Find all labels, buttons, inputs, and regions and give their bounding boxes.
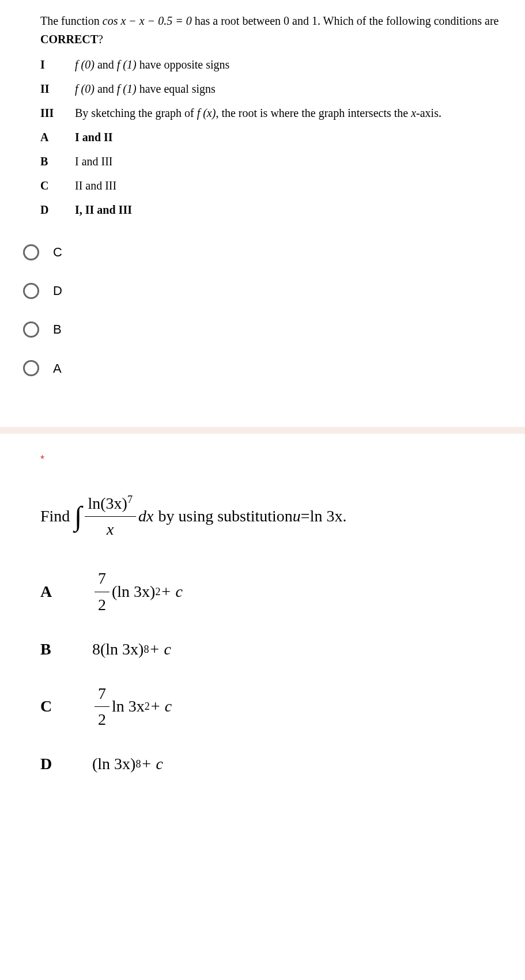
q1-stmt3-post: -axis. [416, 107, 441, 119]
q1-choice-B: B I and III [40, 152, 508, 171]
q2-optA-label: A [40, 579, 92, 605]
q2-optB-coef: 8 [92, 637, 100, 663]
q2-frac-den: x [103, 517, 117, 543]
q1-stmt3-mid: , the root is where the graph intersects… [216, 107, 411, 119]
q2-optB-base: (ln 3x) [100, 637, 143, 663]
radio-circle-icon [23, 321, 39, 338]
q2-option-D: D (ln 3x)8 + c [40, 751, 508, 777]
q1-stmt3-text: By sketching the graph of f (x), the roo… [75, 104, 508, 122]
q2-frac-num-base: ln(3x) [88, 494, 127, 512]
q1-choice-A: A I and II [40, 128, 508, 146]
q2-optA-frac-den: 2 [95, 592, 109, 618]
q2-find-word: Find [40, 504, 70, 529]
q1-stmt3-pre: By sketching the graph of [75, 107, 197, 119]
q1-stmt1-mid: and [95, 58, 117, 71]
q1-stmt1-post: have opposite signs [137, 58, 230, 71]
radio-circle-icon [23, 244, 39, 260]
q2-options: A 7 2 (ln 3x)2 + c B 8(ln 3x)8 + c C 7 [40, 566, 508, 777]
q1-intro-post: has a root between 0 and 1. Which of the… [192, 14, 499, 27]
q2-optD-exp: 8 [135, 756, 141, 773]
q1-intro: The function cos x − x − 0.5 = 0 has a r… [40, 12, 508, 48]
q2-optA-base: (ln 3x) [112, 579, 155, 605]
q2-optC-frac-den: 2 [95, 707, 109, 733]
q1-choiceC-text-span: II and III [75, 179, 116, 192]
radio-circle-icon [23, 360, 39, 376]
q1-stmt2-post: have equal signs [137, 82, 216, 95]
q2-option-B: B 8(ln 3x)8 + c [40, 637, 508, 663]
q1-choiceA-label: A [40, 128, 75, 146]
q1-stmt2-text: f (0) and f (1) have equal signs [75, 80, 508, 98]
q2-frac-num-exp: 7 [127, 493, 133, 505]
q2-optA-expr: 7 2 (ln 3x)2 + c [92, 566, 183, 618]
q2-option-A: A 7 2 (ln 3x)2 + c [40, 566, 508, 618]
q2-optC-tail: + c [150, 694, 172, 720]
q1-stmt3-m1: f (x) [197, 107, 216, 119]
q2-optD-base: (ln 3x) [92, 751, 135, 777]
q2-optC-exp: 2 [145, 698, 150, 715]
q2-sub-eq: = [301, 504, 310, 529]
q1-choice-D: D I, II and III [40, 200, 508, 219]
q1-stmt2-mid: and [95, 82, 117, 95]
q1-radio-A-label: A [53, 358, 62, 379]
q1-choiceC-label: C [40, 176, 75, 195]
q2-optB-exp: 8 [143, 641, 149, 658]
q2-sub-rhs: ln 3x. [310, 504, 347, 529]
q1-statement-1: I f (0) and f (1) have opposite signs [40, 55, 508, 74]
q1-statements: I f (0) and f (1) have opposite signs II… [40, 55, 508, 219]
q2-optD-expr: (ln 3x)8 + c [92, 751, 163, 777]
q1-intro-math: cos x − x − 0.5 = 0 [103, 14, 192, 27]
card-separator [0, 427, 525, 434]
question-2-card: * Find ∫ ln(3x)7 x dx by using substitut… [0, 434, 525, 819]
question-1-card: The function cos x − x − 0.5 = 0 has a r… [0, 0, 525, 420]
q2-optA-frac-num: 7 [95, 566, 109, 592]
q1-correct-word: CORRECT [40, 33, 98, 46]
q1-radio-option-C[interactable]: C [23, 242, 508, 262]
q1-qmark: ? [98, 33, 103, 46]
radio-circle-icon [23, 283, 39, 299]
q2-frac-num: ln(3x)7 [85, 491, 137, 517]
q2-optA-fraction: 7 2 [95, 566, 109, 618]
q1-choiceB-label: B [40, 152, 75, 171]
q2-optD-label: D [40, 751, 92, 777]
q1-stmt2-label: II [40, 80, 75, 98]
q2-optB-expr: 8(ln 3x)8 + c [92, 637, 171, 663]
q2-optC-mid: ln 3x [112, 694, 145, 720]
q2-by-using: by using substitution [158, 504, 292, 529]
integral-icon: ∫ [74, 494, 82, 539]
q1-choiceD-label: D [40, 200, 75, 219]
q2-sub-lhs: u [293, 504, 301, 529]
q1-statement-3: III By sketching the graph of f (x), the… [40, 104, 508, 122]
q1-choice-C: C II and III [40, 176, 508, 195]
q1-radio-option-D[interactable]: D [23, 281, 508, 301]
q1-intro-pre: The function [40, 14, 103, 27]
q2-optA-tail: + c [161, 579, 183, 605]
q2-integrand-fraction: ln(3x)7 x [85, 491, 137, 543]
q1-choiceA-text: I and II [75, 131, 113, 143]
q1-stmt1-m1: f (0) [75, 58, 95, 71]
q1-stmt1-text: f (0) and f (1) have opposite signs [75, 55, 508, 74]
q1-radio-D-label: D [53, 281, 62, 301]
q1-choiceB-text: I and III [75, 152, 508, 171]
q1-choiceB-text-span: I and III [75, 155, 113, 168]
q2-optA-exp: 2 [155, 584, 160, 600]
q1-radio-option-B[interactable]: B [23, 319, 508, 339]
q2-prompt: Find ∫ ln(3x)7 x dx by using substitutio… [40, 491, 508, 543]
q2-optC-label: C [40, 694, 92, 720]
q1-stmt3-label: III [40, 104, 75, 122]
q1-radio-option-A[interactable]: A [23, 358, 508, 379]
q1-stmt2-m2: f (1) [117, 82, 137, 95]
q1-radio-group: C D B A [23, 242, 508, 379]
q1-stmt3-m2: x [411, 107, 416, 119]
q2-optD-tail: + c [141, 751, 163, 777]
q1-choiceC-text: II and III [75, 176, 508, 195]
q2-optC-expr: 7 2 ln 3x2 + c [92, 681, 172, 733]
q1-stmt1-label: I [40, 55, 75, 74]
q1-stmt2-m1: f (0) [75, 82, 95, 95]
q1-stmt1-m2: f (1) [117, 58, 137, 71]
required-indicator: * [40, 451, 508, 468]
q2-optC-fraction: 7 2 [95, 681, 109, 733]
q2-optB-label: B [40, 637, 92, 663]
q1-statement-2: II f (0) and f (1) have equal signs [40, 80, 508, 98]
q2-optC-frac-num: 7 [95, 681, 109, 707]
q2-optB-tail: + c [149, 637, 171, 663]
